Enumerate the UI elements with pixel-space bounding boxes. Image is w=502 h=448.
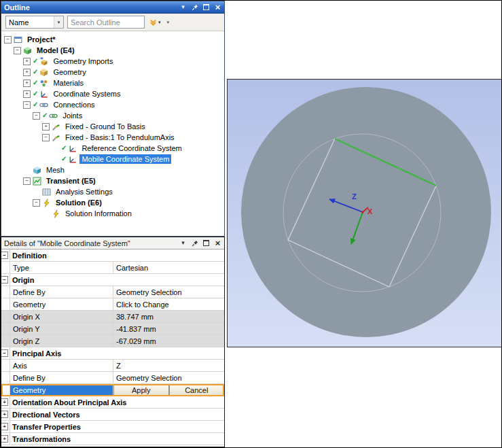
tree-item-fixed-basis-1-to-pendulumaxis[interactable]: −Fixed - Basis:1 To PendulumAxis [1,132,224,143]
expand-toggle[interactable]: + [1,423,8,430]
collapse-toggle[interactable]: − [1,349,8,357]
tree-item-analysis-settings[interactable]: Analysis Settings [1,186,224,197]
property-value[interactable]: Geometry Selection [113,286,224,298]
ansys-mechanical-window: Outline ▾ × Name ▾ ▾ ▾ −Project*−Model [0,0,502,448]
tree-item-fixed-ground-to-basis[interactable]: +Fixed - Ground To Basis [1,121,224,132]
details-category-principal-axis[interactable]: −Principal Axis [1,347,224,360]
property-value[interactable]: Cartesian [113,262,224,273]
tree-item-mobile-coordinate-system[interactable]: ✓Mobile Coordinate System [1,154,224,165]
tree-item-joints[interactable]: −✓Joints [1,110,224,121]
expand-toggle[interactable]: + [1,398,8,406]
tree-item-label: Joints [60,111,84,120]
property-value: -67.029 mm [113,335,224,347]
property-name: Type [10,262,113,273]
connections-icon [39,101,48,109]
check-icon: ✓ [33,90,38,97]
category-expander-cell: + [1,396,10,408]
property-value[interactable]: Click to Change [113,298,224,310]
toolbar-options-dropdown[interactable]: ▾ [166,20,171,25]
collapse-toggle[interactable]: − [42,134,50,141]
detail-row-axis: AxisZ [1,360,224,372]
detail-row-define-by: Define ByGeometry Selection [1,372,224,384]
disc-body[interactable] [241,87,491,337]
property-name: Axis [10,360,113,371]
tree-item-solution-e6[interactable]: −Solution (E6) [1,197,224,208]
property-name-selected[interactable]: Geometry [10,384,113,396]
tree-item-geometry[interactable]: +✓Geometry [1,67,224,77]
details-category-orientation-about-principal-axis[interactable]: +Orientation About Principal Axis [1,396,224,409]
details-category-origin[interactable]: −Origin [1,274,224,286]
maximize-icon[interactable] [202,239,210,247]
check-icon: ✓ [33,58,38,65]
x-axis-label: X [367,207,373,216]
cancel-button[interactable]: Cancel [169,384,225,396]
details-titlebar: Details of "Mobile Coordinate System" ▾ … [1,237,224,249]
tree-item-materials[interactable]: +✓Materials [1,77,224,88]
tree-item-geometry-imports[interactable]: +✓Geometry Imports [1,56,224,67]
details-category-transfer-properties[interactable]: +Transfer Properties [1,421,224,433]
tree-item-coordinate-systems[interactable]: +✓Coordinate Systems [1,88,224,99]
expand-collapse-tree-button[interactable]: ▾ [148,16,162,29]
expand-toggle[interactable]: + [23,69,31,76]
apply-button[interactable]: Apply [113,384,169,396]
close-icon[interactable]: × [214,239,221,247]
property-name: Origin Z [10,335,113,347]
tree-item-mesh[interactable]: Mesh [1,165,224,175]
tree-item-model-e4[interactable]: −Model (E4) [1,45,224,56]
check-icon: ✓ [61,145,67,152]
collapse-toggle[interactable]: − [1,276,8,283]
expand-toggle[interactable]: + [23,58,31,65]
collapse-toggle[interactable]: − [33,112,40,120]
row-indent-cell [1,262,10,273]
tree-item-project[interactable]: −Project* [1,34,224,45]
outline-panel: Outline ▾ × Name ▾ ▾ ▾ −Project*−Model [1,1,225,237]
filter-type-dropdown[interactable]: Name ▾ [5,16,64,29]
tree-item-label: Fixed - Ground To Basis [63,122,147,131]
pin-icon[interactable] [191,239,198,247]
details-category-definition[interactable]: −Definition [1,249,224,262]
triad-origin [361,211,364,213]
expand-toggle[interactable]: + [23,80,31,87]
outline-tree: −Project*−Model (E4)+✓Geometry Imports+✓… [1,31,224,236]
detail-row-define-by: Define ByGeometry Selection [1,286,224,298]
category-expander-cell: − [1,274,10,286]
collapse-toggle[interactable]: − [4,36,12,44]
coordinate-systems-icon [39,90,48,99]
row-indent-cell [1,286,10,298]
row-indent-cell [1,311,10,322]
details-category-transformations[interactable]: +Transformations [1,433,224,445]
expand-toggle[interactable]: + [42,123,50,131]
property-value[interactable]: Geometry Selection [113,372,224,383]
tree-item-reference-coordinate-system[interactable]: ✓Reference Coordinate System [1,143,224,154]
search-outline-input[interactable] [67,16,145,29]
expand-toggle[interactable]: + [23,90,31,98]
analysis-settings-icon [42,188,51,196]
property-value[interactable]: Z [113,360,224,371]
chevron-down-icon[interactable]: ▾ [179,239,187,247]
collapse-toggle[interactable]: − [1,252,8,259]
viewport-canvas[interactable]: Z X [228,80,502,347]
expand-toggle[interactable]: + [1,411,8,418]
collapse-toggle[interactable]: − [33,199,40,207]
chevron-down-icon[interactable]: ▾ [179,3,187,11]
collapse-toggle[interactable]: − [23,101,31,109]
tree-item-label: Solution Information [63,209,134,218]
collapse-toggle[interactable]: − [14,47,21,54]
tree-item-solution-information[interactable]: Solution Information [1,208,224,219]
row-indent-cell [1,360,10,371]
check-icon: ✓ [33,101,38,108]
check-icon: ✓ [33,69,38,75]
expand-toggle[interactable]: + [1,435,8,443]
tree-item-transient-e5[interactable]: −Transient (E5) [1,175,224,186]
collapse-toggle[interactable]: − [23,177,31,185]
details-category-directional-vectors[interactable]: +Directional Vectors [1,409,224,421]
csys-icon [68,155,77,164]
pin-icon[interactable] [191,3,198,11]
tree-item-label: Connections [51,100,96,109]
maximize-icon[interactable] [202,3,210,11]
tree-item-connections[interactable]: −✓Connections [1,99,224,110]
details-title: Details of "Mobile Coordinate System" [4,239,130,247]
category-label: Directional Vectors [10,409,224,420]
close-icon[interactable]: × [214,3,221,11]
outline-title: Outline [4,3,30,12]
